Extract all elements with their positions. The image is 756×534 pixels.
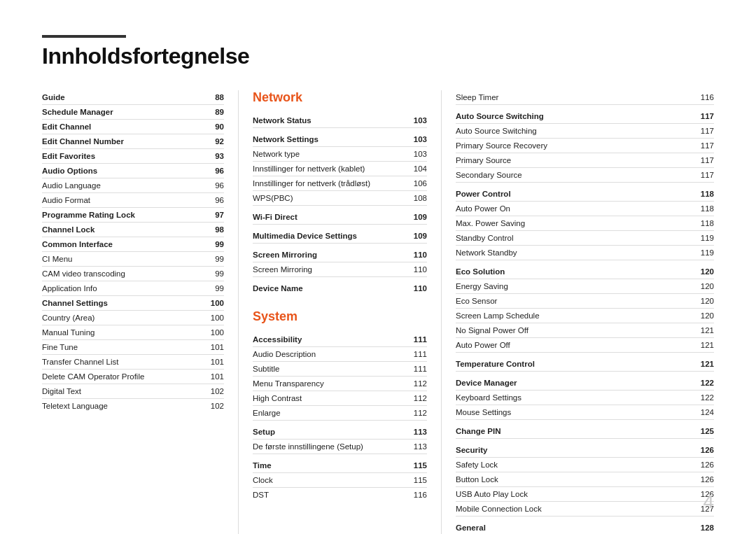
toc-page: 115 [414,476,427,484]
toc-entry: Temperature Control121 [456,357,714,372]
toc-page: 121 [701,360,714,368]
toc-label: Max. Power Saving [456,219,525,227]
toc-label: Subtitle [253,365,279,373]
toc-page: 100 [211,314,224,322]
toc-label: Country (Area) [42,314,94,322]
toc-page: 96 [215,167,224,175]
toc-entry: Transfer Channel List101 [42,355,224,370]
toc-label: Temperature Control [456,360,535,368]
col-left: Guide88Schedule Manager89Edit Channel90E… [42,90,238,534]
toc-label: Auto Source Switching [456,112,544,120]
toc-label: Menu Transparency [253,379,324,388]
toc-entry: Keyboard Settings122 [456,391,714,405]
toc-entry: Guide88 [42,90,224,105]
toc-entry: Programme Rating Lock97 [42,208,224,223]
toc-page: 118 [701,190,714,198]
system-heading: System [253,309,427,324]
toc-label: Innstillinger for nettverk (trådløst) [253,179,370,188]
toc-entry: Device Manager122 [456,376,714,391]
toc-label: Digital Text [42,387,81,395]
title-block: Innholdsfortegnelse [42,35,714,69]
network-heading: Network [253,90,427,105]
toc-page: 120 [701,297,714,305]
toc-entry: Max. Power Saving118 [456,216,714,231]
toc-label: Network Standby [456,248,517,257]
toc-label: Clock [253,476,273,484]
toc-entry: CI Menu99 [42,252,224,267]
page: Innholdsfortegnelse Guide88Schedule Mana… [0,0,756,534]
toc-page: 110 [414,265,427,274]
toc-label: Security [456,446,487,454]
toc-entry: Standby Control119 [456,231,714,246]
toc-entry: Energy Saving120 [456,279,714,294]
toc-entry: Country (Area)100 [42,311,224,325]
toc-entry: Edit Channel90 [42,120,224,134]
toc-entry: Screen Mirroring110 [253,248,427,262]
title-bar [42,35,126,38]
toc-page: 93 [215,152,224,160]
network-entries: Network Status103Network Settings103Netw… [253,113,427,295]
toc-page: 99 [215,269,224,278]
toc-entry: Audio Format96 [42,193,224,208]
toc-entry: Manual Tuning100 [42,325,224,340]
toc-label: Button Lock [456,475,498,484]
toc-entry: Setup113 [253,425,427,440]
toc-entry: DST116 [253,488,427,502]
toc-page: 99 [215,284,224,293]
toc-entry: Time115 [253,458,427,473]
toc-page: 110 [414,284,427,293]
toc-label: Channel Settings [42,299,108,307]
toc-page: 126 [701,461,714,469]
toc-entry: Change PIN125 [456,424,714,439]
toc-page: 118 [701,219,714,227]
toc-label: Primary Source [456,156,511,164]
toc-entry: Teletext Language102 [42,399,224,413]
toc-page: 119 [701,234,714,242]
toc-entry: Network type103 [253,147,427,162]
toc-entry: Menu Transparency112 [253,377,427,391]
toc-page: 117 [701,127,714,135]
toc-page: 100 [211,299,224,307]
toc-page: 101 [211,358,224,366]
toc-label: CAM video transcoding [42,269,125,278]
toc-page: 100 [211,328,224,337]
toc-label: Device Manager [456,379,517,387]
toc-entry: Audio Language96 [42,178,224,193]
toc-label: High Contrast [253,394,302,402]
toc-page: 120 [701,282,714,290]
toc-entry: Innstillinger for nettverk (kablet)104 [253,162,427,176]
toc-page: 101 [211,372,224,381]
toc-entry: Mouse Settings124 [456,405,714,420]
toc-entry: Enlarge112 [253,406,427,421]
toc-label: Transfer Channel List [42,358,119,366]
page-title: Innholdsfortegnelse [42,43,714,69]
toc-entry: WPS(PBC)108 [253,191,427,206]
toc-page: 111 [414,335,427,344]
toc-page: 99 [215,255,224,263]
toc-entry: Safety Lock126 [456,458,714,472]
toc-page: 128 [701,524,714,532]
toc-label: Channel Lock [42,225,94,234]
toc-page: 120 [701,267,714,276]
toc-label: Manual Tuning [42,328,94,337]
page-number: 4 [703,491,714,513]
toc-label: Guide [42,93,65,101]
toc-entry: Primary Source117 [456,153,714,168]
toc-entry: Primary Source Recovery117 [456,139,714,153]
toc-page: 101 [211,343,224,351]
toc-page: 115 [414,461,427,470]
toc-page: 122 [701,379,714,387]
toc-page: 108 [414,194,427,202]
toc-entry: CAM video transcoding99 [42,267,224,281]
toc-label: Auto Power Off [456,341,510,349]
toc-label: DST [253,491,269,499]
toc-entry: Secondary Source117 [456,168,714,183]
toc-entry: Multimedia Device Settings109 [253,229,427,244]
toc-label: Eco Sensor [456,297,497,305]
toc-entry: Fine Tune101 [42,340,224,355]
toc-page: 111 [414,350,427,358]
toc-page: 119 [701,248,714,257]
toc-page: 96 [215,181,224,190]
toc-page: 96 [215,196,224,204]
toc-entry: Auto Source Switching117 [456,109,714,124]
